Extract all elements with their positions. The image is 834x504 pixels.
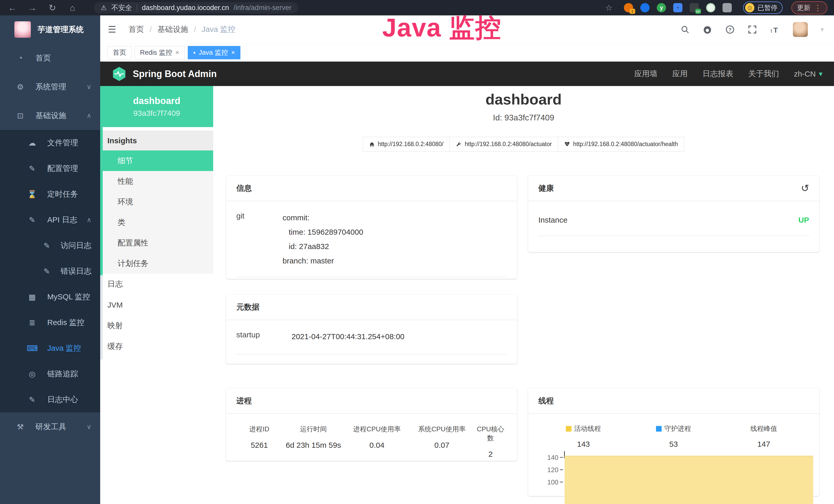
sba-menu-logs[interactable]: 日志 [100,274,213,295]
sba-menu-jvm[interactable]: JVM [100,295,213,315]
grid-extension-icon[interactable] [673,3,682,12]
edit-square-icon: ✎ [43,241,51,250]
sba-active-accent-strip [100,86,103,275]
sidebar-item-redis-monitor[interactable]: ≣ Redis 监控 [0,310,100,335]
y-tick-mark [560,482,563,482]
breadcrumb-separator: / [194,25,196,34]
sba-menu-environment[interactable]: 环境 [100,191,213,212]
sidebar-item-java-monitor[interactable]: ⌨ Java 监控 [0,335,100,361]
tab-redis-monitor[interactable]: Redis 监控 × [135,46,185,59]
sba-menu-mappings[interactable]: 映射 [100,315,213,336]
sidebar-item-label: 基础设施 [36,110,87,121]
green-extension-icon[interactable]: y [657,3,666,12]
hamburger-icon[interactable]: ☰ [108,24,116,35]
breadcrumb-infrastructure[interactable]: 基础设施 [157,24,188,35]
sidebar-item-log-center[interactable]: ✎ 日志中心 [0,387,100,412]
service-url-button[interactable]: http://192.168.0.2:48080/ [363,137,450,152]
sba-section-insights: Insights [100,131,213,151]
sba-language-select[interactable]: zh-CN ▾ [794,70,822,78]
app-title: 芋道管理系统 [38,24,84,35]
user-avatar[interactable] [793,22,808,37]
sba-menu-classes[interactable]: 类 [100,212,213,233]
monitor-icon: ⊡ [15,111,26,120]
sidebar-item-label: Java 监控 [47,343,91,353]
close-icon[interactable]: × [175,48,179,56]
sidebar-item-mysql-monitor[interactable]: ▦ MySQL 监控 [0,284,100,310]
info-card: 信息 git commit: time: 1596289704000 id: 2… [226,176,517,279]
leaf-extension-icon[interactable] [706,3,715,12]
chrome-update-button[interactable]: 更新 ⋮ [791,1,827,15]
sba-nav-journal[interactable]: 日志报表 [702,69,733,79]
breadcrumb-home[interactable]: 首页 [128,24,144,35]
actuator-url-button[interactable]: http://192.168.0.2:48080/actuator [449,137,558,152]
sidebar-item-dev-tools[interactable]: ⚒ 研发工具 ∨ [0,412,100,441]
bookmark-star-icon[interactable]: ☆ [605,3,613,13]
health-url-button[interactable]: http://192.168.0.2:48080/actuator/health [558,137,684,152]
sidebar-item-config-management[interactable]: ✎ 配置管理 [0,156,100,181]
git-time-line: time: 1596289704000 [283,225,363,239]
cell-value: 5261 [236,441,282,450]
sba-menu-config-props[interactable]: 配置属性 [100,233,213,253]
sidebar-item-label: 链路追踪 [47,369,91,379]
app-logo-row[interactable]: 芋道管理系统 [0,16,100,44]
y-tick-140: 140 [543,454,558,462]
tab-java-monitor[interactable]: ● Java 监控 × [188,46,240,59]
process-col-pid: 进程ID 5261 [236,425,282,459]
sidebar-item-infrastructure[interactable]: ⊡ 基础设施 ∧ [0,101,100,130]
close-icon[interactable]: × [231,48,235,56]
column-header: CPU核心数 [475,425,507,443]
chevron-up-icon: ∧ [87,112,91,120]
sidebar-item-file-management[interactable]: ☁ 文件管理 [0,130,100,156]
sba-menu-details[interactable]: 细节 [100,151,213,171]
reload-icon[interactable]: ↻ [47,3,58,13]
sba-nav-applications[interactable]: 应用 [672,69,687,79]
sba-menu-scheduled-tasks[interactable]: 计划任务 [100,253,213,274]
sidebar-item-tracing[interactable]: ◎ 链路追踪 [0,361,100,387]
layers-icon: ≣ [27,318,38,327]
health-instance-row[interactable]: Instance UP [539,216,809,236]
puzzle-extension-icon[interactable] [723,3,732,12]
sidebar-item-access-logs[interactable]: ✎ 访问日志 [0,233,100,258]
address-bar[interactable]: ⚠ 不安全 dashboard.yudao.iocoder.cn/infra/a… [94,2,298,13]
tab-home[interactable]: 首页 [107,46,132,59]
forward-icon[interactable]: → [27,3,38,13]
orange-extension-icon[interactable]: 1 [624,3,633,12]
eye-icon: ◎ [27,369,38,379]
pin-extension-icon[interactable] [640,3,650,12]
browser-profile-button[interactable]: ☺ 已暂停 [743,2,783,14]
sidebar-item-api-logs[interactable]: ✎ API 日志 ∧ [0,207,100,233]
process-table: 进程ID 5261 运行时间 6d 23h 15m 59s 进程CPU使用率 0… [236,423,507,459]
caret-down-icon[interactable]: ▾ [821,26,824,33]
threads-area-chart: 140 120 100 [528,451,819,496]
process-col-uptime: 运行时间 6d 23h 15m 59s [282,425,345,459]
sidebar-item-label: 日志中心 [47,394,91,405]
sba-menu-caches[interactable]: 缓存 [100,336,213,357]
svg-text:T: T [773,26,778,34]
sba-nav-wallboard[interactable]: 应用墙 [634,69,657,79]
sidebar-item-scheduled-jobs[interactable]: ⌛ 定时任务 [0,181,100,207]
font-size-icon[interactable]: t T [770,25,780,34]
tab-label: Java 监控 [199,48,228,57]
sba-brand[interactable]: Spring Boot Admin [112,67,217,82]
dark-extension-icon[interactable]: on [690,3,699,12]
home-icon[interactable]: ⌂ [67,3,78,13]
sidebar-item-home[interactable]: ◔ 首页 [0,44,100,72]
fullscreen-icon[interactable] [748,25,757,34]
history-icon[interactable]: ↺ [801,183,809,194]
sidebar-item-label: 首页 [36,53,91,63]
sba-menu-metrics[interactable]: 性能 [100,171,213,191]
health-url: http://192.168.0.2:48080/actuator/health [573,141,678,147]
sba-nav-about[interactable]: 关于我们 [748,69,779,79]
not-secure-warning-icon[interactable]: ⚠ [101,4,107,12]
kebab-menu-icon[interactable]: ⋮ [814,3,822,12]
process-card-title: 进程 [226,388,517,414]
sba-app-header[interactable]: dashboard 93a3fc7f7409 [100,86,213,127]
search-icon[interactable] [680,25,690,34]
help-icon[interactable]: ? [725,25,735,35]
sidebar-item-system-management[interactable]: ⚙ 系统管理 ∨ [0,72,100,101]
back-icon[interactable]: ← [7,3,18,13]
github-icon[interactable] [702,25,712,35]
instance-label: Instance [539,216,567,224]
legend-peak-threads: 线程峰值 [719,424,809,433]
sidebar-item-error-logs[interactable]: ✎ 错误日志 [0,258,100,284]
